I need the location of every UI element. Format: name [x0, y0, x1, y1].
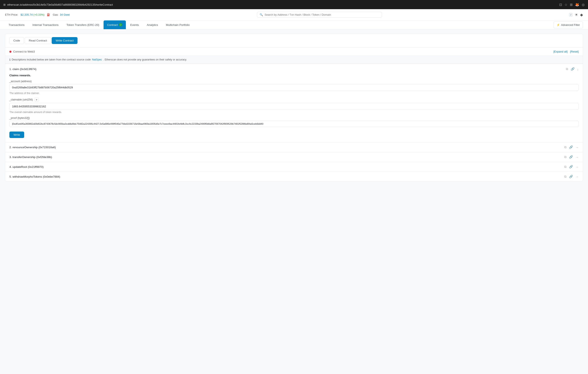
link-icon-2[interactable]: 🔗 — [569, 145, 573, 149]
verified-badge: ✓ — [119, 23, 122, 26]
nav-tabs-bar: Transactions Internal Transactions Token… — [0, 21, 588, 29]
sub-tabs: Code Read Contract Write Contract — [5, 34, 583, 48]
param-proof-label: _proof (bytes32[]) — [9, 117, 579, 119]
web3-connect-bar: Connect to Web3 [Expand all] [Reset] — [5, 48, 583, 56]
site-header: ETH Price: $2,335.74 (+0.33%) ⛽ Gas: 34 … — [0, 9, 588, 21]
extension-icon[interactable]: ⊞ — [570, 3, 573, 7]
url-bar[interactable]: etherscan.io/address/0x3b14e5c73e0a56d60… — [7, 3, 557, 6]
info-icon: ℹ — [9, 58, 10, 61]
reset-link[interactable]: [Reset] — [570, 50, 579, 53]
param-proof: _proof (bytes32[]) — [9, 117, 579, 127]
web3-label[interactable]: Connect to Web3 — [13, 50, 35, 53]
function-withdraw-morpho-icons: ⧉ 🔗 → — [564, 175, 579, 179]
function-renounce-ownership[interactable]: 2. renounceOwnership (0x715018a6) ⧉ 🔗 → — [5, 142, 583, 152]
expand-all-link[interactable]: [Expand all] — [553, 50, 567, 53]
copy-icon-3[interactable]: ⧉ — [564, 155, 567, 159]
param-claimable-hint: The overall claimable amount of token re… — [9, 111, 579, 114]
param-account: _account (address) The address of the cl… — [9, 80, 579, 95]
link-icon-4[interactable]: 🔗 — [569, 165, 573, 169]
search-bar[interactable]: 🔍 — [257, 12, 382, 18]
info-text-before: Descriptions included below are taken fr… — [12, 58, 91, 61]
main-content: Code Read Contract Write Contract Connec… — [0, 29, 588, 186]
param-claimable-input[interactable] — [9, 103, 579, 110]
web3-status-dot — [9, 51, 11, 53]
eth-price-value: $2,335.74 (+0.33%) — [21, 13, 45, 16]
web3-left[interactable]: Connect to Web3 — [9, 50, 35, 53]
function-claim-title: 1. claim (0x3d13f874) — [9, 68, 36, 71]
link-icon[interactable]: 🔗 — [571, 67, 575, 71]
star-icon[interactable]: ☆ — [565, 3, 567, 7]
gas-value[interactable]: 34 Gwei — [60, 13, 70, 16]
advanced-filter-label: Advanced Filter — [561, 23, 580, 26]
tab-internal-transactions[interactable]: Internal Transactions — [29, 21, 62, 29]
sub-tab-code[interactable]: Code — [9, 37, 24, 44]
function-renounce-label: 2. renounceOwnership (0x715018a6) — [9, 146, 56, 149]
param-account-label: _account (address) — [9, 80, 579, 83]
function-claim: 1. claim (0x3d13f874) ⧉ 🔗 ↓ Claims rewar… — [5, 64, 583, 142]
translate-icon[interactable]: ⊡ — [559, 3, 562, 7]
arrow-icon-3[interactable]: → — [576, 155, 579, 159]
function-transfer-icons: ⧉ 🔗 → — [564, 155, 579, 159]
search-input[interactable] — [265, 13, 379, 16]
collapse-icon[interactable]: ↓ — [577, 67, 579, 71]
filter-icon: ⚡ — [556, 23, 560, 26]
natspec-link[interactable]: NatSpec — [92, 58, 102, 61]
tab-multichain-portfolio[interactable]: Multichain Portfolio — [162, 21, 193, 29]
copy-icon-4[interactable]: ⧉ — [564, 165, 567, 169]
function-renounce-icons: ⧉ 🔗 → — [564, 145, 579, 149]
metamask-icon[interactable]: 🦊 — [575, 3, 579, 7]
arrow-icon-4[interactable]: → — [576, 165, 579, 169]
function-withdraw-morpho-label: 5. withdrawMorphoTokens (0x0ebe7884) — [9, 175, 60, 178]
eth-logo: ◆ — [580, 12, 583, 17]
function-update-root-icons: ⧉ 🔗 → — [564, 165, 579, 169]
param-account-input[interactable] — [9, 84, 579, 91]
browser-tab-icon: ⊞ — [3, 3, 6, 6]
tab-token-transfers[interactable]: Token Transfers (ERC-20) — [63, 21, 103, 29]
link-icon-5[interactable]: 🔗 — [569, 175, 573, 179]
function-withdraw-morpho[interactable]: 5. withdrawMorphoTokens (0x0ebe7884) ⧉ 🔗… — [5, 171, 583, 181]
function-claim-icons: ⧉ 🔗 ↓ — [566, 67, 579, 71]
function-claim-header: 1. claim (0x3d13f874) ⧉ 🔗 ↓ — [9, 67, 579, 71]
browser-actions: ⊡ ☆ ⊞ 🦊 ◎ — [559, 3, 585, 7]
link-icon-3[interactable]: 🔗 — [569, 155, 573, 159]
eth-price-info: ETH Price: $2,335.74 (+0.33%) ⛽ Gas: 34 … — [5, 13, 70, 16]
function-transfer-ownership[interactable]: 3. transferOwnership (0xf2fde38b) ⧉ 🔗 → — [5, 152, 583, 162]
gas-label: Gas: — [53, 13, 58, 16]
param-claimable: _claimable (uint256) + The overall claim… — [9, 97, 579, 114]
write-button[interactable]: Write — [9, 131, 24, 138]
function-update-root[interactable]: 4. updateRoot (0x21ff9970) ⧉ 🔗 → — [5, 162, 583, 171]
function-transfer-label: 3. transferOwnership (0xf2fde38b) — [9, 156, 52, 159]
function-update-root-label: 4. updateRoot (0x21ff9970) — [9, 165, 43, 169]
arrow-icon-5[interactable]: → — [576, 175, 579, 179]
info-text-after: . Etherscan does not provide any guarant… — [103, 58, 187, 61]
web3-right: [Expand all] [Reset] — [553, 50, 579, 53]
eth-change: (+0.33%) — [33, 13, 44, 16]
plus-button[interactable]: + — [35, 97, 39, 102]
sub-tab-write-contract[interactable]: Write Contract — [52, 37, 77, 44]
contract-card: Code Read Contract Write Contract Connec… — [5, 33, 583, 182]
tab-transactions[interactable]: Transactions — [5, 21, 28, 29]
arrow-icon-2[interactable]: → — [576, 146, 579, 149]
copy-icon-5[interactable]: ⧉ — [564, 175, 567, 179]
sub-tab-read-contract[interactable]: Read Contract — [25, 37, 51, 44]
tab-events[interactable]: Events — [127, 21, 142, 29]
profile-icon[interactable]: ◎ — [582, 3, 585, 7]
advanced-filter-button[interactable]: ⚡ Advanced Filter — [553, 21, 583, 28]
theme-toggle[interactable]: ☀ — [575, 12, 578, 17]
copy-icon-2[interactable]: ⧉ — [564, 145, 567, 149]
gas-icon: ⛽ — [47, 13, 50, 16]
copy-icon[interactable]: ⧉ — [566, 67, 568, 71]
topbar: ⊞ etherscan.io/address/0x3b14e5c73e0a56d… — [0, 0, 588, 9]
keyboard-shortcut: / — [569, 13, 573, 17]
param-claimable-label: _claimable (uint256) + — [9, 97, 579, 102]
gas-info: Gas: 34 Gwei — [53, 13, 70, 16]
eth-price-label: ETH Price: — [5, 13, 18, 16]
tab-contract[interactable]: Contract ✓ — [104, 21, 126, 29]
search-icon: 🔍 — [260, 13, 263, 16]
param-account-hint: The address of the claimer. — [9, 92, 579, 95]
info-banner: ℹ Descriptions included below are taken … — [5, 56, 583, 64]
function-claim-description: Claims rewards. — [9, 74, 579, 77]
param-proof-input[interactable] — [9, 121, 579, 127]
header-right: / ☀ ◆ — [569, 12, 583, 17]
tab-analytics[interactable]: Analytics — [143, 21, 161, 29]
